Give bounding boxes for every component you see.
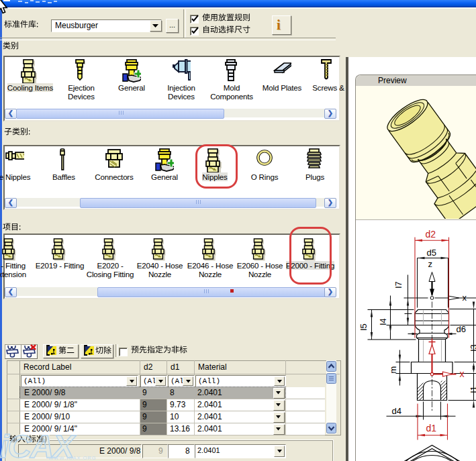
svg-text:l7: l7 [393,281,403,288]
svg-text:l3: l3 [469,344,476,351]
svg-text:x: x [463,293,467,303]
svg-text:WWW.ICAX.ORG: WWW.ICAX.ORG [48,455,97,461]
svg-text:z: z [428,259,433,269]
svg-text:d5: d5 [427,248,436,258]
svg-text:d4: d4 [392,406,401,416]
svg-text:l1: l1 [469,386,476,393]
svg-text:l5: l5 [359,323,369,330]
svg-text:d2: d2 [426,229,436,240]
svg-text:x: x [460,368,465,379]
svg-text:d1: d1 [426,423,437,433]
svg-text:l4: l4 [378,318,388,325]
svg-text:m: m [388,366,398,374]
